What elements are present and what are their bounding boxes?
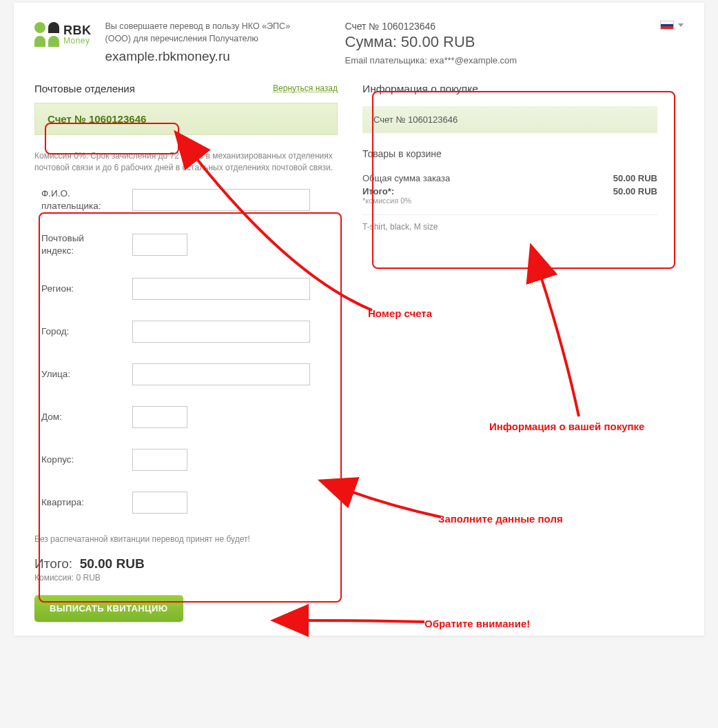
flat-input[interactable] bbox=[132, 492, 187, 514]
flat-label: Квартира: bbox=[41, 496, 119, 509]
payer-form: Ф.И.О. плательщика: Почтовый индекс: Рег… bbox=[34, 181, 338, 528]
commission-line: Комиссия: 0 RUB bbox=[34, 573, 338, 583]
issue-receipt-button[interactable]: ВЫПИСАТЬ КВИТАНЦИЮ bbox=[34, 595, 183, 622]
grand-total-value: 50.00 RUB bbox=[613, 186, 657, 205]
purchase-info-title: Информация о покупке bbox=[362, 83, 657, 95]
commission-note: Комиссия 0%. Срок зачисления до 72 часов… bbox=[34, 150, 338, 174]
street-label: Улица: bbox=[41, 368, 119, 381]
print-warning: Без распечатанной квитанции перевод прин… bbox=[34, 534, 338, 544]
zip-input[interactable] bbox=[132, 234, 187, 256]
fio-input[interactable] bbox=[132, 189, 310, 211]
street-input[interactable] bbox=[132, 363, 310, 385]
flag-ru-icon bbox=[660, 21, 674, 30]
block-label: Корпус: bbox=[41, 454, 119, 466]
house-label: Дом: bbox=[41, 411, 119, 423]
grand-total-label: Итого*: bbox=[362, 186, 394, 196]
merchant-name: example.rbkmoney.ru bbox=[105, 48, 312, 66]
total-line: Итого: 50.00 RUB bbox=[34, 556, 338, 572]
payer-email: Email плательщика: exa***@example.com bbox=[345, 55, 517, 65]
logo-text-rbk: RBK bbox=[63, 24, 92, 37]
cart-item: T-shirt, black, M size bbox=[362, 214, 657, 232]
logo-text-money: Money bbox=[63, 37, 92, 45]
city-input[interactable] bbox=[132, 321, 310, 343]
language-selector[interactable] bbox=[660, 21, 684, 30]
logo: RBK Money bbox=[34, 22, 92, 47]
back-link[interactable]: Вернуться назад bbox=[273, 83, 338, 93]
region-input[interactable] bbox=[132, 278, 310, 300]
panel-title: Почтовые отделения bbox=[34, 83, 135, 94]
zip-label: Почтовый индекс: bbox=[41, 232, 119, 256]
order-total-value: 50.00 RUB bbox=[613, 173, 657, 183]
grand-total-sub: *комиссия 0% bbox=[362, 196, 411, 205]
order-total-label: Общая сумма заказа bbox=[362, 173, 450, 183]
transfer-note: Вы совершаете перевод в пользу НКО «ЭПС»… bbox=[105, 21, 312, 45]
sum-label: Сумма: 50.00 RUB bbox=[345, 33, 517, 51]
cart-title: Товары в корзине bbox=[362, 148, 657, 159]
chevron-down-icon bbox=[678, 23, 684, 27]
invoice-banner: Счет № 1060123646 bbox=[34, 103, 338, 135]
city-label: Город: bbox=[41, 325, 119, 338]
purchase-info-banner: Счет № 1060123646 bbox=[362, 106, 657, 133]
house-input[interactable] bbox=[132, 406, 187, 428]
block-input[interactable] bbox=[132, 449, 187, 471]
region-label: Регион: bbox=[41, 283, 119, 295]
fio-label: Ф.И.О. плательщика: bbox=[41, 188, 119, 212]
account-number: Счет № 1060123646 bbox=[345, 21, 517, 32]
